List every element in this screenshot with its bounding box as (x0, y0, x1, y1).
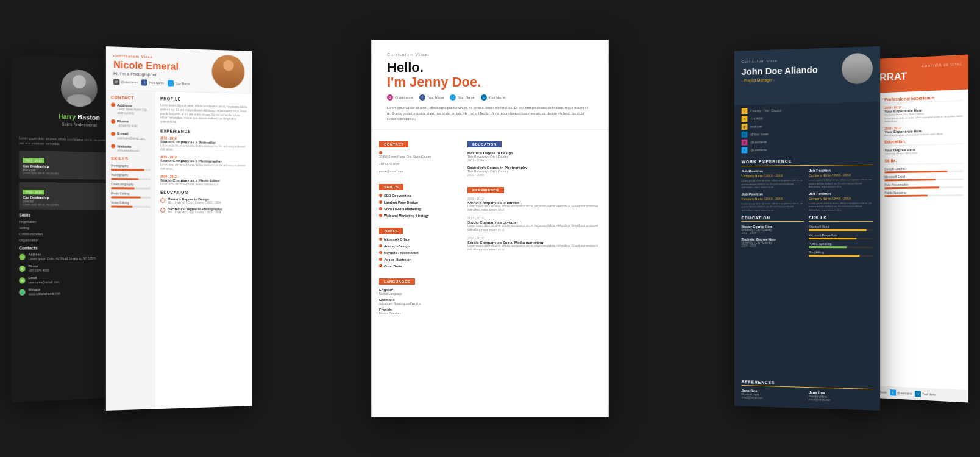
linkedin-icon: in (915, 391, 921, 397)
instagram-icon: @ (387, 94, 393, 101)
phone-icon (111, 119, 115, 123)
twitter-icon: t (168, 80, 174, 86)
card5-exp1: 2008 - 2013 Your Experience Here GS Stre… (884, 103, 963, 123)
card2-right-col: Profile Lorem ipsum dolor sit amet, offi… (155, 91, 252, 409)
card3-lang3: French: Novice Speaker (379, 308, 453, 315)
card4-refs: REFERENCES Jane Doe Position Here email@… (734, 380, 880, 411)
card2-website: Website www.website.com (111, 144, 151, 153)
card4-skills-col: SKILLS Microsoft Word Microsoft PowerPoi… (809, 215, 873, 378)
card3-left-panel: Contact 23456 Street Name City, State Co… (372, 130, 460, 417)
card3-lang-section: Languages English: Native Language Germa… (379, 274, 453, 315)
card4-avatar (842, 53, 873, 85)
card4-edu-col: EDUCATION Master Degree Here University … (742, 216, 804, 377)
card2-skill5: Video Editing (111, 201, 151, 208)
card2-exp2: 2015 - 2016 Studio Company as a Photogra… (160, 155, 247, 172)
card2-body: Contact Address 23456 Street Name City, … (106, 90, 252, 411)
location-icon (111, 102, 115, 107)
card3-lang2: German: Advanced Reading and Writing (379, 298, 453, 305)
card4-bottom: EDUCATION Master Degree Here University … (734, 215, 880, 383)
card2-left-col: Contact Address 23456 Street Name City, … (106, 90, 155, 411)
location-icon (379, 151, 382, 154)
card3-header: Curriculum Vitae Hello. I'm Jenny Doe. @… (372, 40, 608, 130)
card3-exp-section: Experience 2009 - 2012 Studio Company as… (467, 183, 601, 252)
card1-subtitle: Sales Professional (62, 122, 96, 127)
email-icon (111, 132, 115, 136)
twitter-icon: t (890, 389, 896, 395)
card5-skill1: Design Graphic (884, 166, 963, 173)
card3-right-panel: Education Master's Degree in Design This… (460, 130, 608, 417)
card3-edu-section: Education Master's Degree in Design This… (467, 137, 601, 177)
card5-skill3: Post Presentation (884, 182, 963, 190)
card2-avatar (211, 55, 244, 89)
card4-header: Curriculum Vitae John Doe Aliando - Proj… (734, 46, 880, 105)
card2-edu1: Master's Degree in Design This Universit… (160, 197, 247, 205)
card5-exp2: 2008 - 2013 Your Experience Here Post Pr… (884, 124, 963, 137)
card2-skill3: Cinematography (111, 183, 151, 190)
card3-exp1: 2009 - 2012 Studio Company as Illustrato… (467, 197, 601, 213)
card5-right-col: Professional Experience. 2008 - 2013 You… (880, 90, 969, 390)
bullet-icon (379, 194, 382, 197)
linkedin-icon: in (742, 132, 748, 138)
card4-contact-row: ⌂ Country / City / Country ✆ +1s.4690 @ … (734, 102, 880, 156)
card3-lang1: English: Native Language (379, 288, 453, 296)
instagram-icon: @ (742, 140, 748, 146)
card5-skill2: Microsoft Excel (884, 174, 963, 181)
card2-skill2: Videography (111, 173, 151, 180)
location-icon: ⌂ (19, 254, 25, 260)
card2-exp1: 2016 - 2018 Studio Company as a Journali… (160, 136, 247, 153)
twitter-icon: t (742, 147, 748, 153)
card5-skill4: Public Speaking (884, 190, 963, 197)
card2-skill4: Photo Editing (111, 192, 151, 199)
facebook-icon: f (419, 94, 425, 101)
resume-card-4: Curriculum Vitae John Doe Aliando - Proj… (734, 46, 880, 411)
phone-icon: ✆ (742, 116, 748, 122)
card3-body: Contact 23456 Street Name City, State Co… (372, 130, 608, 417)
card3-contact-section: Contact 23456 Street Name City, State Co… (379, 137, 453, 174)
resume-card-center: Curriculum Vitae Hello. I'm Jenny Doe. @… (371, 40, 609, 417)
card5-edu1: Your Degree Here University of Here / 20… (884, 147, 963, 156)
card3-exp3: 2016 - 2018 Studio Company as Social Med… (467, 236, 601, 252)
email-icon: ✉ (19, 277, 25, 283)
card3-exp2: 2013 - 2016 Studio Company as Layouter L… (467, 216, 601, 232)
resume-card-2: Curriculum Vitae Nicole Emeral Hi, I'm a… (106, 46, 252, 411)
card3-edu1: Master's Degree in Design This Universit… (467, 151, 601, 162)
card2-skill1: Photography (111, 164, 151, 171)
card2-header: Curriculum Vitae Nicole Emeral Hi, I'm a… (106, 46, 252, 94)
web-icon (111, 144, 115, 148)
card2-exp3: 2009 - 2012 Studio Company as a Photo Ed… (160, 175, 247, 187)
card4-ref2: Jane Doe Position Here email@email.com (809, 391, 873, 403)
twitter-icon: t (450, 94, 456, 101)
card4-work-section: WORK EXPERIENCE Job Position Company Nam… (734, 154, 880, 215)
facebook-icon: f (141, 79, 147, 85)
web-icon: 🌐 (19, 289, 25, 295)
card1-name: Harry Baston (59, 112, 100, 122)
instagram-icon: @ (113, 79, 119, 85)
card4-ref1: Jane Doe Position Here email@email.com (742, 389, 804, 401)
phone-icon: ✆ (19, 266, 25, 272)
card3-edu2: Bachelor's Degree in Photography This Un… (467, 166, 601, 177)
linkedin-icon: in (481, 94, 487, 101)
card3-tools-section: Tools Microsoft Office Adobe InDesign Ke… (379, 224, 453, 268)
card2-email: E-mail username@email.com (111, 132, 151, 141)
card2-phone: Phone +87 98765 4690 (111, 119, 151, 129)
card1-avatar (61, 69, 97, 107)
card3-social: @ @username f Your Name t Your Name in Y… (387, 94, 593, 101)
card2-edu2: Bachelor's Degree in Photography This Un… (160, 207, 247, 214)
location-icon: ⌂ (742, 108, 748, 114)
email-icon: @ (742, 124, 748, 130)
card2-address: Address 23456 Street Name City, State Co… (111, 102, 151, 116)
card3-skills-section: Skills SEO Copywriting Landing Page Desi… (379, 180, 453, 218)
